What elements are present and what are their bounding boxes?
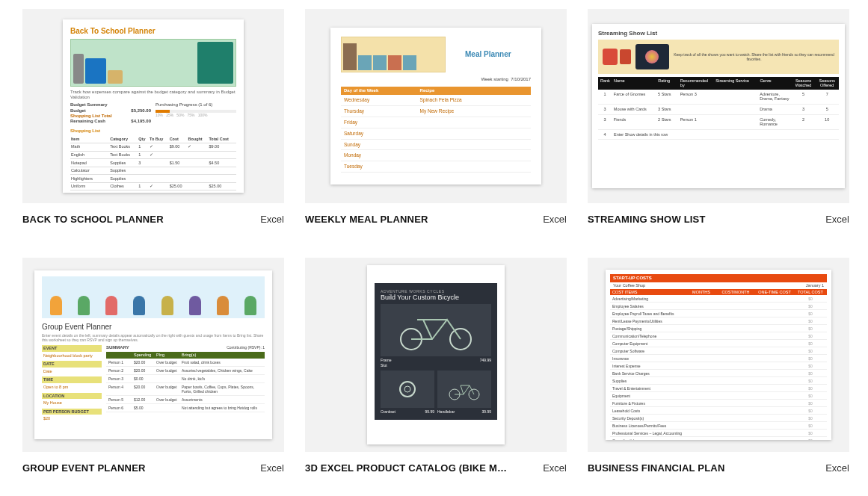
preview: Back To School Planner Track how expense… — [63, 19, 244, 193]
template-grid: Back To School Planner Track how expense… — [22, 9, 846, 474]
template-back-to-school[interactable]: Back To School Planner Track how expense… — [22, 9, 284, 225]
handlebar-icon — [437, 371, 491, 408]
template-title: BACK TO SCHOOL PLANNER — [22, 214, 164, 225]
template-group-event-planner[interactable]: Group Event Planner Enter event details … — [22, 258, 284, 474]
template-app: Excel — [260, 214, 284, 225]
thumbnail: ADVENTURE WORKS CYCLES Build Your Custom… — [305, 258, 567, 452]
template-title: BUSINESS FINANCIAL PLAN — [588, 462, 724, 474]
kitchen-scene-icon — [341, 37, 446, 72]
svg-point-3 — [404, 386, 410, 392]
preview: Group Event Planner Enter event details … — [34, 270, 272, 439]
template-title: GROUP EVENT PLANNER — [22, 462, 146, 474]
thumbnail: START-UP COSTS Your Coffee ShopJanuary 1… — [588, 258, 849, 452]
caption: GROUP EVENT PLANNER Excel — [22, 462, 284, 474]
caption: 3D EXCEL PRODUCT CATALOG (BIKE MOD... Ex… — [305, 462, 567, 474]
template-title: WEEKLY MEAL PLANNER — [305, 214, 428, 225]
bicycle-icon — [381, 304, 491, 356]
template-app: Excel — [543, 214, 567, 225]
template-app: Excel — [543, 462, 567, 474]
template-weekly-meal-planner[interactable]: Meal Planner Week starting 7/10/2017 Day… — [305, 9, 567, 225]
template-business-financial-plan[interactable]: START-UP COSTS Your Coffee ShopJanuary 1… — [588, 258, 849, 474]
template-title: 3D EXCEL PRODUCT CATALOG (BIKE MOD... — [305, 462, 514, 474]
caption: BUSINESS FINANCIAL PLAN Excel — [588, 462, 849, 474]
thumbnail: Streaming Show List Keep track of all th… — [588, 9, 849, 203]
thumbnail: Meal Planner Week starting 7/10/2017 Day… — [305, 9, 567, 203]
caption: BACK TO SCHOOL PLANNER Excel — [22, 214, 284, 225]
banner-icon: Keep track of all the shows you want to … — [598, 40, 839, 74]
crankset-icon — [381, 371, 434, 408]
template-app: Excel — [825, 462, 849, 474]
caption: WEEKLY MEAL PLANNER Excel — [305, 214, 567, 225]
caption: STREAMING SHOW LIST Excel — [588, 214, 849, 225]
template-app: Excel — [825, 214, 849, 225]
template-3d-product-catalog[interactable]: ADVENTURE WORKS CYCLES Build Your Custom… — [305, 258, 567, 474]
svg-point-2 — [400, 382, 415, 397]
preview: START-UP COSTS Your Coffee ShopJanuary 1… — [606, 270, 831, 440]
thumbnail: Back To School Planner Track how expense… — [22, 9, 284, 203]
template-title: STREAMING SHOW LIST — [588, 214, 706, 225]
preview-title: Back To School Planner — [70, 27, 236, 36]
template-streaming-show-list[interactable]: Streaming Show List Keep track of all th… — [588, 9, 849, 225]
school-scene-icon — [70, 39, 236, 87]
preview: ADVENTURE WORKS CYCLES Build Your Custom… — [367, 265, 505, 444]
template-app: Excel — [260, 462, 284, 474]
people-scene-icon — [42, 276, 265, 318]
preview: Streaming Show List Keep track of all th… — [592, 24, 845, 188]
preview: Meal Planner Week starting 7/10/2017 Day… — [330, 28, 541, 185]
thumbnail: Group Event Planner Enter event details … — [22, 258, 284, 452]
